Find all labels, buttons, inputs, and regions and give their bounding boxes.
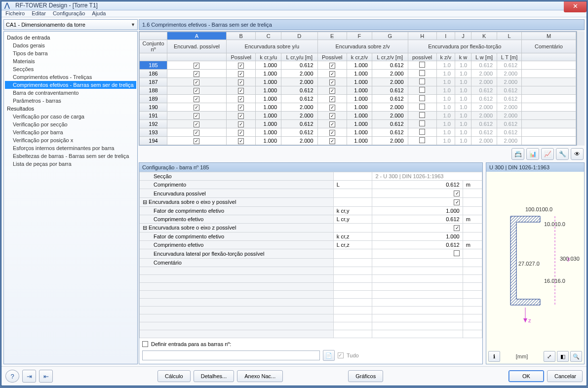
property-grid[interactable]: Secção2 - U 300 | DIN 1026-1:1963 Compri… [139,172,482,338]
table-row[interactable]: 194 1.0002.000 1.0002.000 1.01.0 2.0002.… [140,137,576,145]
grid-scrollbar[interactable] [577,31,585,146]
checkbox-icon[interactable] [238,113,244,119]
table-row[interactable]: 193 1.0000.612 1.0000.612 1.01.0 0.6120.… [140,128,576,137]
checkbox-icon[interactable] [329,79,335,85]
row-header[interactable]: 189 [140,95,167,103]
checkbox-icon[interactable] [238,105,244,111]
table-row[interactable]: 186 1.0002.000 1.0002.000 1.01.0 2.0002.… [140,70,576,78]
checkbox-icon[interactable] [419,87,425,93]
table-row[interactable]: 188 1.0000.612 1.0000.612 1.01.0 0.6120.… [140,86,576,95]
col-letter[interactable]: I [436,32,455,40]
checkbox-icon[interactable] [329,63,335,69]
checkbox-icon[interactable] [238,88,244,94]
checkbox-icon[interactable] [194,121,199,127]
checkbox-icon[interactable] [329,113,335,119]
checkbox-icon[interactable] [329,121,335,127]
tree-item[interactable]: Materiais [5,57,136,65]
checkbox-icon[interactable] [329,105,335,111]
col-letter[interactable]: L [497,32,522,40]
case-combo[interactable]: CA1 - Dimensionamento da torre ▼ [3,19,138,30]
menu-edit[interactable]: Editar [32,10,46,16]
tree-item[interactable]: Verificação por caso de carga [5,113,136,120]
table-row[interactable]: 187 1.0002.000 1.0002.000 1.01.0 2.0002.… [140,78,576,86]
ok-button[interactable]: OK [509,370,544,382]
tree-item[interactable]: Verificação por posição x [5,136,136,144]
checkbox-icon[interactable] [194,79,199,85]
checkbox-icon[interactable] [419,120,425,126]
checkbox-icon[interactable] [194,63,199,69]
row-header[interactable]: 193 [140,128,167,137]
row-header[interactable]: 192 [140,120,167,128]
checkbox-icon[interactable] [419,129,425,135]
cancel-button[interactable]: Cancelar [547,370,583,382]
toolbar-btn-1[interactable]: 📇 [511,148,524,160]
table-row[interactable]: 190 1.0002.000 1.0002.000 1.01.0 2.0002.… [140,103,576,112]
checkbox-icon[interactable] [238,71,244,77]
section-tool-1[interactable]: ⤢ [544,351,555,362]
checkbox-icon[interactable] [454,199,460,205]
checkbox-icon[interactable] [238,130,244,136]
define-checkbox[interactable] [142,341,148,347]
graphs-button[interactable]: Gráficos [348,370,383,382]
tree-item[interactable]: Esbeltezas de barras - Barras sem ser de… [5,152,136,160]
checkbox-icon[interactable] [329,130,335,136]
col-letter[interactable]: M [522,32,576,40]
table-row[interactable]: 189 1.0000.612 1.0000.612 1.01.0 0.6120.… [140,95,576,103]
checkbox-icon[interactable] [194,130,199,136]
help-button[interactable]: ? [5,370,19,383]
col-letter[interactable]: E [317,32,347,40]
details-button[interactable]: Detalhes... [194,370,235,382]
col-letter[interactable]: H [408,32,436,40]
table-row[interactable]: 191 1.0002.000 1.0002.000 1.01.0 2.0002.… [140,112,576,120]
export-button[interactable]: ⇤ [39,370,53,383]
checkbox-icon[interactable] [194,113,199,119]
checkbox-icon[interactable] [238,138,244,144]
tree-item[interactable]: Comprimentos efetivos - Treliças [5,73,136,81]
tree-item[interactable]: Verificação por barra [5,128,136,136]
col-letter[interactable]: A [167,32,227,40]
row-header[interactable]: 188 [140,86,167,95]
checkbox-icon[interactable] [419,78,425,84]
define-input[interactable] [142,350,320,360]
tree-item[interactable]: Verificação por secção [5,120,136,128]
menu-file[interactable]: Ficheiro [5,10,25,16]
checkbox-icon[interactable] [194,88,199,94]
annex-button[interactable]: Anexo Nac... [237,370,283,382]
row-header[interactable]: 185 [140,61,167,70]
checkbox-icon[interactable] [419,62,425,68]
tree-item[interactable]: Dados gerais [5,41,136,49]
tree-item[interactable]: Esforços internos determinantes por barr… [5,144,136,152]
expand-row-z[interactable]: ⊟ Encurvadura sobre o eixo z possível [140,224,334,233]
close-button[interactable]: ✕ [564,1,587,12]
checkbox-icon[interactable] [329,138,335,144]
checkbox-icon[interactable] [194,138,199,144]
checkbox-icon[interactable] [329,96,335,102]
col-letter[interactable]: J [455,32,471,40]
checkbox-icon[interactable] [238,121,244,127]
checkbox-icon[interactable] [454,250,460,256]
tree-item[interactable]: Barra de contraventamento [5,89,136,97]
checkbox-icon[interactable] [419,104,425,110]
section-tool-2[interactable]: ◧ [557,351,569,362]
checkbox-icon[interactable] [238,96,244,102]
import-button[interactable]: ⇥ [22,370,36,383]
expand-row-y[interactable]: ⊟ Encurvadura sobre o eixo y possível [140,198,334,207]
col-letter[interactable]: G [372,32,408,40]
checkbox-icon[interactable] [194,96,199,102]
col-letter[interactable]: C [256,32,281,40]
checkbox-icon[interactable] [454,225,460,231]
toolbar-btn-2[interactable]: 📊 [526,148,539,160]
row-header[interactable]: 194 [140,137,167,145]
row-header[interactable]: 191 [140,112,167,120]
checkbox-icon[interactable] [454,191,460,196]
toolbar-btn-4[interactable]: 🔧 [556,148,569,160]
col-letter[interactable]: K [471,32,497,40]
toolbar-btn-5[interactable]: 👁 [571,148,584,160]
menu-config[interactable]: Configuração [53,10,85,16]
tree-item[interactable]: Secções [5,65,136,73]
checkbox-icon[interactable] [194,105,199,111]
tree-item[interactable]: Parâmetros - barras [5,97,136,105]
nav-tree[interactable]: Dados de entrada Dados geraisTipos de ba… [3,31,138,364]
checkbox-icon[interactable] [329,71,335,77]
col-letter[interactable]: D [281,32,317,40]
